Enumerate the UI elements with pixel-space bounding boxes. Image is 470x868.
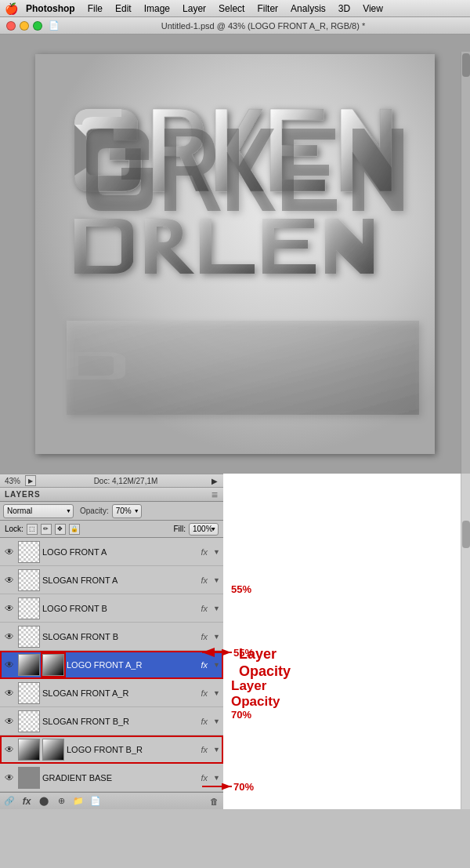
canvas-content [35, 54, 435, 454]
layer-fx-expand-icon[interactable]: ▼ [213, 746, 220, 754]
menubar-photoshop[interactable]: Photoshop [20, 2, 81, 16]
apple-menu[interactable]: 🍎 [3, 0, 19, 17]
layer-row[interactable]: 👁SLOGAN FRONT Bfx▼ [0, 623, 223, 651]
doc-info: Doc: 4,12M/27,1M [41, 477, 211, 485]
menubar-layer[interactable]: Layer [177, 2, 212, 16]
canvas-scrollbar-thumb[interactable] [462, 53, 470, 77]
layer-row[interactable]: 👁LOGO FRONT B_Rfx▼ [0, 735, 223, 764]
annotation-70-percent: 70% [231, 709, 251, 721]
link-layers-icon[interactable]: 🔗 [3, 795, 16, 808]
layer-visibility-icon[interactable]: 👁 [3, 659, 16, 671]
zoom-level: 43% [5, 477, 20, 485]
minimize-button[interactable] [20, 21, 29, 31]
layer-fx-label[interactable]: fx [201, 660, 208, 670]
layer-visibility-icon[interactable]: 👁 [3, 743, 16, 756]
close-button[interactable] [6, 21, 16, 31]
layer-fx-label[interactable]: fx [201, 632, 208, 641]
bottom-section: 43% ▶ Doc: 4,12M/27,1M ▶ LAYERS ≡ Normal… [0, 474, 470, 809]
traffic-lights [6, 21, 42, 31]
layer-visibility-icon[interactable]: 👁 [3, 687, 16, 699]
layer-row[interactable]: 👁LOGO FRONT Afx▼ [0, 538, 223, 566]
layer-fx-label[interactable]: fx [201, 576, 208, 585]
menubar-3d[interactable]: 3D [333, 2, 356, 16]
layer-name-label: LOGO FRONT A [42, 547, 199, 557]
layer-thumbnail [18, 569, 40, 591]
layer-fx-label[interactable]: fx [201, 745, 208, 754]
layer-row[interactable]: 👁SLOGAN FRONT A_Rfx▼ [0, 679, 223, 707]
canvas-scrollbar-vertical[interactable] [461, 52, 470, 474]
annotation-panel: 55% LayerOpacity 70% [223, 474, 470, 809]
menubar-image[interactable]: Image [139, 2, 175, 16]
lock-all-icon[interactable]: 🔒 [69, 524, 80, 535]
add-mask-icon[interactable]: ⬤ [38, 795, 50, 808]
layer-fx-expand-icon[interactable]: ▼ [213, 717, 220, 725]
layer-name-label: LOGO FRONT B_R [67, 745, 199, 754]
layers-section: 43% ▶ Doc: 4,12M/27,1M ▶ LAYERS ≡ Normal… [0, 474, 223, 809]
layer-row[interactable]: 👁LOGO FRONT A_Rfx▼ [0, 651, 223, 679]
layer-visibility-icon[interactable]: 👁 [3, 772, 16, 784]
layer-fx-label[interactable]: fx [201, 717, 208, 726]
layer-row[interactable]: 👁SLOGAN FRONT B_Rfx▼ [0, 707, 223, 735]
layer-visibility-icon[interactable]: 👁 [3, 715, 16, 728]
maximize-button[interactable] [33, 21, 42, 31]
annotation-70-label: 70% [231, 709, 251, 721]
window-title: Untitled-1.psd @ 43% (LOGO FRONT A_R, RG… [63, 21, 464, 31]
layer-row[interactable]: 👁LOGO FRONT Bfx▼ [0, 594, 223, 623]
layers-panel-menu[interactable]: ≡ [212, 488, 219, 501]
fill-input[interactable]: 100% ▼ [189, 523, 219, 536]
layer-thumbnail [18, 597, 40, 619]
menubar-view[interactable]: View [357, 2, 389, 16]
layer-fx-expand-icon[interactable]: ▼ [213, 689, 220, 697]
layer-thumbnail [18, 541, 40, 563]
layer-name-label: LOGO FRONT A_R [67, 660, 199, 670]
lock-position-icon[interactable]: ✥ [55, 524, 66, 535]
layer-row[interactable]: 👁SLOGAN FRONT Afx▼ [0, 566, 223, 594]
layer-thumbnail [18, 626, 40, 648]
menubar-filter[interactable]: Filter [251, 2, 284, 16]
menubar-edit[interactable]: Edit [110, 2, 137, 16]
menubar-file[interactable]: File [82, 2, 108, 16]
layers-panel-header: LAYERS ≡ [0, 488, 223, 502]
new-group-icon[interactable]: 📁 [72, 795, 85, 808]
layer-fx-expand-icon[interactable]: ▼ [213, 548, 220, 556]
right-panel-scrollbar[interactable] [461, 474, 470, 809]
layer-visibility-icon[interactable]: 👁 [3, 546, 16, 558]
delete-layer-icon[interactable]: 🗑 [208, 795, 220, 808]
add-layer-style-icon[interactable]: fx [20, 795, 33, 808]
new-layer-icon[interactable]: 📄 [89, 795, 102, 808]
layer-visibility-icon[interactable]: 👁 [3, 574, 16, 587]
layer-fx-expand-icon[interactable]: ▼ [213, 605, 220, 612]
layer-fx-label[interactable]: fx [201, 688, 208, 698]
layer-mask-thumbnail [42, 654, 64, 676]
layer-fx-expand-icon[interactable]: ▼ [213, 774, 220, 782]
blend-mode-value: Normal [7, 507, 32, 515]
app-container: 🍎 Photoshop File Edit Image Layer Select… [0, 0, 470, 868]
layer-row[interactable]: 👁GRADIENT BASEfx▼ [0, 764, 223, 792]
layer-name-label: SLOGAN FRONT B_R [42, 717, 199, 726]
lock-transparency-icon[interactable]: ⬚ [27, 524, 38, 535]
layer-name-label: GRADIENT BASE [42, 773, 199, 783]
layer-fx-label[interactable]: fx [201, 604, 208, 613]
lock-pixels-icon[interactable]: ✏ [41, 524, 52, 535]
menubar-select[interactable]: Select [213, 2, 250, 16]
canvas-document[interactable] [35, 54, 435, 454]
layer-fx-label[interactable]: fx [201, 547, 208, 557]
opacity-input[interactable]: 70% ▼ [112, 504, 142, 518]
layer-thumbnail [18, 739, 40, 761]
new-adjustment-layer-icon[interactable]: ⊕ [55, 795, 67, 808]
layer-fx-expand-icon[interactable]: ▼ [213, 633, 220, 641]
layer-fx-label[interactable]: fx [201, 773, 208, 783]
layer-fx-expand-icon[interactable]: ▼ [213, 576, 220, 584]
statusbar-options-icon[interactable]: ▶ [25, 475, 36, 486]
layers-title: LAYERS [5, 490, 41, 499]
layer-thumbnail [18, 682, 40, 704]
layer-visibility-icon[interactable]: 👁 [3, 602, 16, 615]
right-panel-scroll-thumb[interactable] [462, 521, 470, 548]
blend-mode-select[interactable]: Normal ▼ [3, 504, 74, 518]
layer-fx-expand-icon[interactable]: ▼ [213, 661, 220, 669]
statusbar-arrow-icon[interactable]: ▶ [211, 477, 219, 485]
layer-visibility-icon[interactable]: 👁 [3, 630, 16, 643]
lock-label: Lock: [5, 525, 24, 533]
canvas-area [0, 35, 470, 474]
menubar-analysis[interactable]: Analysis [285, 2, 331, 16]
